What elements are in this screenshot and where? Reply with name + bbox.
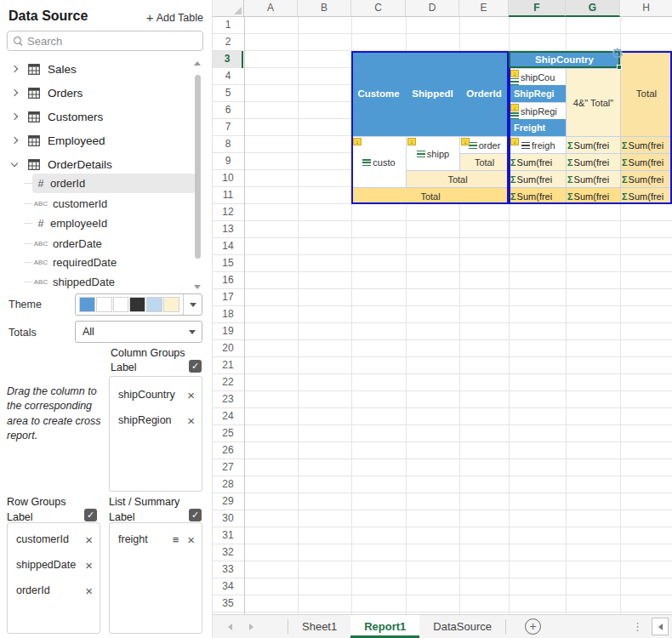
sum-cell-H9[interactable]: ΣSum(frei [620, 153, 672, 170]
row-header-14[interactable]: 14 [213, 238, 243, 255]
row-header-17[interactable]: 17 [213, 289, 243, 306]
report-row-headers-cell[interactable]: Custome ShippedI OrderId [351, 51, 509, 136]
cell-freight-field[interactable]: ↓ freigh [509, 136, 566, 153]
row-header-33[interactable]: 33 [213, 561, 243, 578]
chevron-right-icon[interactable] [11, 113, 18, 120]
row-header-13[interactable]: 13 [213, 221, 243, 238]
theme-selector[interactable] [75, 293, 202, 316]
row-header-28[interactable]: 28 [213, 476, 243, 493]
sum-cell-H11[interactable]: ΣSum(frei [620, 187, 672, 204]
row-header-15[interactable]: 15 [213, 255, 243, 272]
cell-shipcountry-header[interactable]: ShipCountry [509, 51, 620, 68]
row-groups-box[interactable]: customerId × shippedDate × orderId × [7, 522, 100, 634]
row-header-29[interactable]: 29 [213, 493, 243, 510]
scrollbar-thumb[interactable] [195, 75, 201, 259]
scroll-left-button[interactable] [652, 618, 669, 635]
row-header-32[interactable]: 32 [213, 544, 243, 561]
row-group-item[interactable]: customerId × [16, 530, 94, 549]
select-all-corner[interactable] [213, 0, 244, 16]
row-header-7[interactable]: 7 [213, 119, 243, 136]
totals-dropdown-arrow[interactable] [183, 322, 202, 342]
remove-icon[interactable]: × [187, 533, 196, 547]
row-header-35[interactable]: 35 [213, 595, 243, 612]
sum-cell-G11[interactable]: ΣSum(frei [566, 187, 620, 204]
row-header-16[interactable]: 16 [213, 272, 243, 289]
chevron-right-icon[interactable] [11, 89, 18, 96]
column-header-b[interactable]: B [298, 0, 351, 16]
cell-shipregion-header[interactable]: ShipRegi [509, 85, 566, 102]
row-header-20[interactable]: 20 [213, 340, 243, 357]
scroll-down-icon[interactable] [194, 285, 201, 289]
gear-icon[interactable]: ⚙ [611, 47, 624, 61]
field-item-shippeddate[interactable]: ABC shippedDate [0, 272, 204, 292]
row-header-18[interactable]: 18 [213, 306, 243, 323]
row-header-31[interactable]: 31 [213, 527, 243, 544]
field-item-orderid[interactable]: # orderId [0, 174, 204, 193]
row-header-26[interactable]: 26 [213, 442, 243, 459]
column-header-a[interactable]: A [244, 0, 298, 16]
row-header-2[interactable]: 2 [213, 34, 243, 51]
row-header-5[interactable]: 5 [213, 85, 243, 102]
column-groups-box[interactable]: shipCountry × shipRegion × [109, 376, 202, 492]
remove-icon[interactable]: × [187, 388, 196, 402]
column-header-e[interactable]: E [459, 0, 509, 16]
row-header-11[interactable]: 11 [213, 187, 243, 204]
row-header-22[interactable]: 22 [213, 374, 243, 391]
column-header-f[interactable]: F [509, 0, 566, 17]
cell-order-total[interactable]: Total [459, 153, 509, 170]
row-header-12[interactable]: 12 [213, 204, 243, 221]
row-header-8[interactable]: 8 [213, 136, 243, 153]
column-groups-checkbox[interactable]: ✓ [189, 360, 202, 373]
cell-shipcountry-field[interactable]: ↓ shipCou [509, 68, 566, 85]
column-group-item[interactable]: shipRegion × [118, 411, 196, 430]
field-item-employeeid[interactable]: # employeeId [0, 214, 204, 233]
row-header-24[interactable]: 24 [213, 408, 243, 425]
sum-cell-F11[interactable]: ΣSum(frei [509, 187, 566, 204]
field-item-requireddate[interactable]: ABC requiredDate [0, 253, 204, 272]
row-group-item[interactable]: orderId × [16, 581, 94, 600]
chevron-down-icon[interactable] [11, 159, 18, 166]
row-header-30[interactable]: 30 [213, 510, 243, 527]
row-header-9[interactable]: 9 [213, 153, 243, 170]
cell-freight-header[interactable]: Freight [509, 119, 566, 136]
row-header-23[interactable]: 23 [213, 391, 243, 408]
sum-cell-H8[interactable]: ΣSum(frei [620, 136, 672, 153]
row-header-10[interactable]: 10 [213, 170, 243, 187]
sum-cell-F10[interactable]: ΣSum(frei [509, 170, 566, 187]
remove-icon[interactable]: × [85, 558, 94, 572]
column-header-d[interactable]: D [406, 0, 459, 16]
field-item-orderdate[interactable]: ABC orderDate [0, 234, 204, 253]
cell-shipregion-field[interactable]: ↓ shipRegi [509, 102, 566, 119]
cell-shipped-field[interactable]: ↓ shipp [406, 136, 459, 170]
column-header-h[interactable]: H [620, 0, 672, 16]
chevron-right-icon[interactable] [11, 137, 18, 144]
sum-cell-F9[interactable]: ΣSum(frei [509, 153, 566, 170]
tab-sheet1[interactable]: Sheet1 [288, 615, 350, 638]
column-header-c[interactable]: C [351, 0, 406, 16]
row-header-4[interactable]: 4 [213, 68, 243, 85]
sidebar-item-orders[interactable]: Orders [0, 82, 194, 104]
chevron-right-icon[interactable] [11, 66, 18, 72]
summary-item[interactable]: freight ≡ × [118, 530, 196, 549]
scroll-up-icon[interactable] [194, 61, 201, 66]
sum-cell-G8[interactable]: ΣSum(frei [566, 136, 620, 153]
totals-select[interactable]: All [75, 321, 202, 343]
sum-cell-G10[interactable]: ΣSum(frei [566, 170, 620, 187]
theme-dropdown-arrow[interactable] [183, 294, 202, 315]
remove-icon[interactable]: × [85, 584, 94, 598]
tab-datasource[interactable]: DataSource [419, 615, 505, 638]
list-summary-checkbox[interactable]: ✓ [189, 509, 202, 521]
cell-shipped-total[interactable]: Total [406, 170, 509, 187]
row-header-21[interactable]: 21 [213, 357, 243, 374]
sidebar-item-employeed[interactable]: Employeed [0, 129, 194, 151]
cell-grand-total-label[interactable]: Total [351, 187, 509, 204]
row-header-6[interactable]: 6 [213, 102, 243, 119]
tab-report1[interactable]: Report1 [350, 615, 419, 638]
row-header-3[interactable]: 3 [213, 51, 243, 68]
field-item-customerid[interactable]: ABC customerId [0, 194, 204, 214]
remove-icon[interactable]: × [85, 533, 94, 547]
row-header-34[interactable]: 34 [213, 578, 243, 595]
row-header-25[interactable]: 25 [213, 425, 243, 442]
cell-order-field[interactable]: ↓ order [459, 136, 509, 153]
cell-customer-field[interactable]: ↓ custo [351, 136, 406, 187]
